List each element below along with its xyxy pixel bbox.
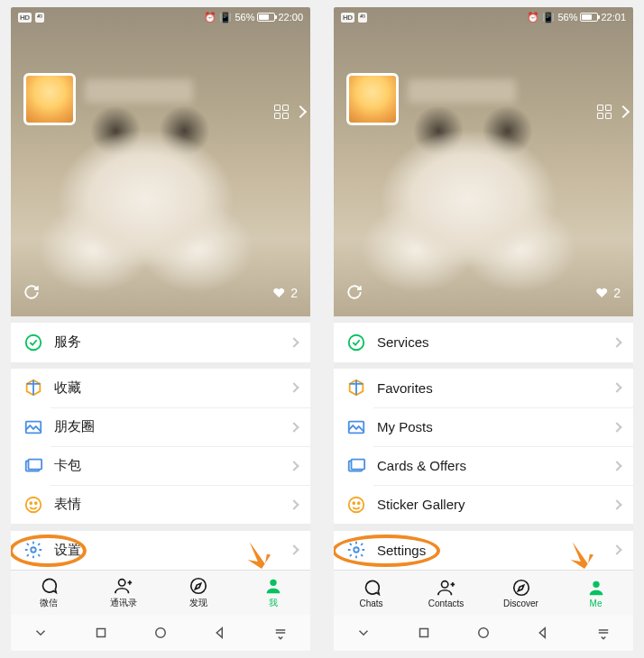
tab-contacts[interactable]: Contacts bbox=[409, 571, 483, 615]
nav-back[interactable] bbox=[212, 625, 228, 641]
tab-label: 我 bbox=[269, 597, 278, 609]
nav-home[interactable] bbox=[152, 625, 169, 641]
svg-rect-3 bbox=[29, 459, 42, 469]
tab-bar: 微信 通讯录 发现 我 bbox=[11, 570, 310, 615]
services-icon bbox=[346, 333, 366, 352]
row-label: Cards & Offers bbox=[377, 458, 613, 473]
svg-point-25 bbox=[479, 628, 489, 638]
svg-point-5 bbox=[30, 502, 32, 504]
cards-icon bbox=[346, 456, 366, 476]
svg-point-17 bbox=[349, 498, 364, 513]
nav-recent[interactable] bbox=[93, 625, 109, 641]
nav-recent[interactable] bbox=[416, 625, 432, 641]
nav-collapse[interactable] bbox=[355, 625, 372, 641]
chevron-right-icon bbox=[612, 499, 621, 509]
chevron-right-icon[interactable] bbox=[617, 105, 630, 118]
row-label: 服务 bbox=[54, 334, 290, 351]
chevron-right-icon bbox=[612, 337, 621, 347]
tab-chats[interactable]: 微信 bbox=[11, 571, 86, 615]
svg-point-4 bbox=[26, 498, 41, 513]
tab-label: 微信 bbox=[40, 597, 58, 609]
hd-badge: HD bbox=[18, 13, 32, 23]
row-favorites[interactable]: Favorites bbox=[334, 369, 633, 407]
svg-point-13 bbox=[349, 335, 364, 351]
row-stickers[interactable]: 表情 bbox=[11, 485, 310, 524]
row-services[interactable]: 服务 bbox=[11, 323, 310, 361]
row-services[interactable]: Services bbox=[334, 323, 633, 361]
clock: 22:00 bbox=[278, 12, 303, 23]
menu-list: Services Favorites My Posts Cards & Offe… bbox=[334, 316, 633, 570]
chevron-right-icon bbox=[289, 461, 299, 471]
qr-code-icon[interactable] bbox=[597, 105, 612, 119]
refresh-icon[interactable] bbox=[23, 284, 40, 300]
tab-label: 通讯录 bbox=[110, 597, 137, 609]
svg-point-23 bbox=[593, 580, 599, 587]
likes-count: 2 bbox=[272, 286, 298, 300]
row-cards[interactable]: 卡包 bbox=[11, 446, 310, 485]
menu-list: 服务 收藏 朋友圈 卡包 表情 设置 bbox=[11, 316, 310, 570]
profile-header: 2 bbox=[11, 7, 310, 316]
tab-label: Discover bbox=[503, 599, 538, 608]
avatar[interactable] bbox=[23, 73, 76, 125]
row-label: Favorites bbox=[377, 380, 613, 396]
row-label: My Posts bbox=[377, 419, 613, 434]
alarm-icon: ⏰ bbox=[204, 12, 216, 23]
system-nav-bar bbox=[334, 615, 633, 651]
row-stickers[interactable]: Sticker Gallery bbox=[334, 485, 633, 524]
nav-menu[interactable] bbox=[595, 625, 612, 641]
svg-point-0 bbox=[26, 335, 41, 351]
row-settings[interactable]: Settings bbox=[334, 531, 633, 570]
phone-screen-cn: HD ⁴ᴳ ⏰ 📳 56% 22:00 2 服务 bbox=[11, 7, 310, 651]
qr-code-icon[interactable] bbox=[274, 105, 289, 119]
tab-me[interactable]: Me bbox=[558, 571, 633, 615]
svg-rect-24 bbox=[419, 629, 428, 637]
row-label: Settings bbox=[377, 543, 613, 558]
tab-discover[interactable]: 发现 bbox=[161, 571, 235, 615]
battery-icon bbox=[580, 13, 598, 22]
row-favorites[interactable]: 收藏 bbox=[11, 369, 310, 407]
posts-icon bbox=[23, 417, 43, 437]
chevron-right-icon bbox=[289, 499, 299, 509]
chevron-right-icon[interactable] bbox=[294, 105, 307, 118]
heart-icon bbox=[595, 287, 608, 299]
tab-me[interactable]: 我 bbox=[235, 571, 310, 615]
favorites-icon bbox=[23, 378, 43, 398]
nav-back[interactable] bbox=[535, 625, 551, 641]
settings-icon bbox=[346, 540, 366, 560]
svg-point-19 bbox=[358, 502, 360, 504]
svg-point-6 bbox=[35, 502, 37, 504]
row-posts[interactable]: 朋友圈 bbox=[11, 407, 310, 446]
stickers-icon bbox=[346, 495, 366, 515]
alarm-icon: ⏰ bbox=[527, 12, 539, 23]
nav-home[interactable] bbox=[475, 625, 492, 641]
settings-icon bbox=[23, 540, 43, 560]
username bbox=[85, 79, 193, 103]
likes-count: 2 bbox=[595, 286, 621, 300]
svg-point-7 bbox=[31, 548, 36, 553]
row-cards[interactable]: Cards & Offers bbox=[334, 446, 633, 485]
hd-badge: HD bbox=[341, 13, 354, 23]
nav-menu[interactable] bbox=[272, 625, 289, 641]
svg-rect-16 bbox=[352, 459, 365, 469]
row-posts[interactable]: My Posts bbox=[334, 407, 633, 446]
system-nav-bar bbox=[11, 615, 310, 651]
refresh-icon[interactable] bbox=[346, 284, 363, 300]
status-bar: HD ⁴ᴳ ⏰ 📳 56% 22:00 bbox=[11, 7, 310, 25]
vibrate-icon: 📳 bbox=[542, 12, 555, 23]
row-label: 表情 bbox=[54, 496, 290, 513]
avatar[interactable] bbox=[346, 73, 399, 125]
row-label: 设置 bbox=[54, 542, 290, 559]
tab-contacts[interactable]: 通讯录 bbox=[86, 571, 161, 615]
chevron-right-icon bbox=[289, 383, 299, 393]
tab-label: Me bbox=[590, 599, 603, 608]
row-settings[interactable]: 设置 bbox=[11, 531, 310, 570]
row-label: Services bbox=[377, 334, 613, 350]
tab-discover[interactable]: Discover bbox=[483, 571, 558, 615]
tab-chats[interactable]: Chats bbox=[334, 571, 409, 615]
svg-point-18 bbox=[353, 502, 354, 504]
phone-screen-en: HD ⁴ᴳ ⏰ 📳 56% 22:01 2 Services bbox=[334, 7, 633, 651]
tab-label: Chats bbox=[359, 599, 382, 608]
nav-collapse[interactable] bbox=[32, 625, 49, 641]
cards-icon bbox=[23, 456, 43, 476]
tab-label: 发现 bbox=[189, 597, 207, 609]
